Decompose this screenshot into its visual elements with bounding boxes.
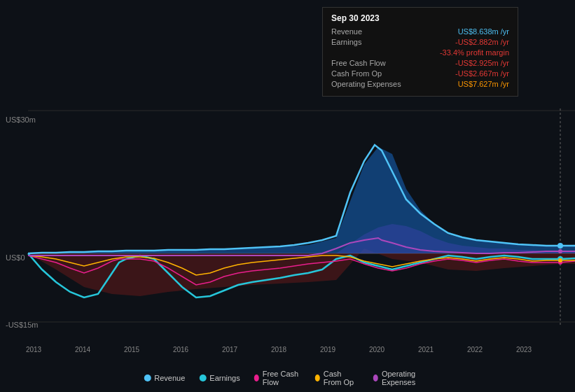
x-label-2023: 2023 — [516, 346, 532, 354]
tooltip-value-margin: -33.4% profit margin — [440, 48, 509, 57]
tooltip-row-revenue: Revenue US$8.638m /yr — [331, 27, 509, 36]
tooltip-row-margin: -33.4% profit margin — [331, 48, 509, 57]
tooltip-label-fcf: Free Cash Flow — [331, 59, 386, 67]
legend-label-opex: Operating Expenses — [382, 370, 431, 386]
tooltip-panel: Sep 30 2023 Revenue US$8.638m /yr Earnin… — [322, 7, 518, 97]
rev-dot — [557, 243, 563, 248]
legend-earnings[interactable]: Earnings — [199, 374, 240, 382]
legend-label-fcf: Free Cash Flow — [263, 370, 301, 386]
x-label-2017: 2017 — [222, 346, 237, 354]
x-label-2020: 2020 — [369, 346, 385, 354]
x-label-2019: 2019 — [320, 346, 335, 354]
cfo-dot — [558, 258, 562, 262]
revenue-area — [28, 147, 575, 253]
revenue-line — [28, 145, 575, 253]
tooltip-label-opex: Operating Expenses — [331, 80, 401, 88]
legend-dot-cfo — [315, 374, 320, 382]
legend-opex[interactable]: Operating Expenses — [373, 370, 431, 386]
x-label-2014: 2014 — [75, 346, 90, 354]
opex-dot — [558, 249, 562, 253]
tooltip-value-revenue: US$8.638m /yr — [458, 27, 509, 36]
tooltip-label-cfo: Cash From Op — [331, 69, 382, 78]
x-label-2016: 2016 — [173, 346, 188, 354]
legend-label-cfo: Cash From Op — [324, 370, 359, 386]
legend-dot-earnings — [199, 374, 206, 382]
tooltip-row-opex: Operating Expenses US$7.627m /yr — [331, 80, 509, 88]
legend-dot-opex — [373, 374, 378, 382]
tooltip-value-cfo: -US$2.667m /yr — [455, 69, 509, 78]
legend-cfo[interactable]: Cash From Op — [315, 370, 359, 386]
tooltip-value-earnings: -US$2.882m /yr — [455, 38, 509, 46]
tooltip-label-revenue: Revenue — [331, 27, 362, 36]
legend-dot-fcf — [254, 374, 259, 382]
tooltip-row-earnings: Earnings -US$2.882m /yr — [331, 38, 509, 46]
tooltip-row-fcf: Free Cash Flow -US$2.925m /yr — [331, 59, 509, 67]
tooltip-value-opex: US$7.627m /yr — [458, 80, 509, 88]
legend-fcf[interactable]: Free Cash Flow — [254, 370, 301, 386]
legend-label-earnings: Earnings — [209, 374, 240, 382]
legend-revenue[interactable]: Revenue — [144, 374, 185, 382]
main-chart-svg — [0, 108, 575, 332]
x-label-2021: 2021 — [418, 346, 434, 354]
tooltip-row-cfo: Cash From Op -US$2.667m /yr — [331, 69, 509, 78]
tooltip-title: Sep 30 2023 — [331, 13, 509, 23]
legend-dot-revenue — [144, 374, 151, 382]
x-label-2015: 2015 — [124, 346, 139, 354]
chart-container: Sep 30 2023 Revenue US$8.638m /yr Earnin… — [0, 0, 575, 392]
x-label-2018: 2018 — [271, 346, 286, 354]
chart-legend: Revenue Earnings Free Cash Flow Cash Fro… — [144, 370, 431, 386]
x-label-2022: 2022 — [467, 346, 483, 354]
tooltip-label-earnings: Earnings — [331, 38, 361, 46]
x-label-2013: 2013 — [26, 346, 41, 354]
legend-label-revenue: Revenue — [154, 374, 185, 382]
tooltip-value-fcf: -US$2.925m /yr — [455, 59, 509, 67]
